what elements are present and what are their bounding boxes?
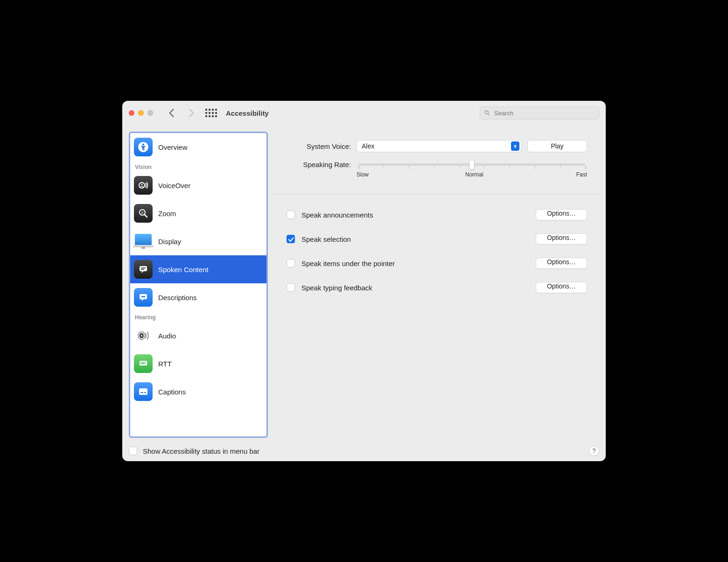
system-voice-label: System Voice:: [287, 142, 351, 150]
sidebar-item-label: Zoom: [158, 210, 176, 218]
sidebar-item-captions[interactable]: Captions: [130, 378, 266, 406]
chevron-left-icon: [166, 107, 178, 119]
system-voice-value: Alex: [362, 142, 511, 150]
svg-point-0: [485, 111, 488, 114]
svg-rect-21: [142, 362, 143, 363]
speak-selection-checkbox[interactable]: [287, 235, 295, 243]
main-pane: System Voice: Alex Play Speaking Rate:: [274, 132, 599, 438]
svg-rect-27: [139, 388, 147, 395]
speak-typing-checkbox[interactable]: [287, 283, 295, 292]
speak-pointer-checkbox[interactable]: [287, 259, 295, 267]
zoom-icon: A: [134, 204, 153, 223]
toolbar: Accessibility: [122, 101, 606, 125]
slider-knob[interactable]: [469, 160, 475, 170]
spoken-content-icon: [134, 260, 153, 279]
sidebar-item-overview[interactable]: Overview: [130, 133, 266, 161]
svg-point-4: [139, 183, 145, 188]
svg-rect-22: [143, 362, 144, 363]
sidebar-item-display[interactable]: Display: [130, 227, 266, 255]
sidebar-item-label: Captions: [158, 388, 186, 396]
sidebar-item-label: Display: [158, 238, 181, 246]
sidebar-item-label: Overview: [158, 143, 188, 151]
grid-icon: [205, 109, 217, 117]
sidebar-item-descriptions[interactable]: Descriptions: [130, 283, 266, 311]
captions-icon: [134, 382, 153, 401]
audio-icon: [134, 326, 153, 345]
system-voice-row: System Voice: Alex Play: [274, 140, 599, 157]
svg-rect-25: [142, 363, 145, 364]
svg-rect-20: [140, 362, 141, 363]
overview-icon: [134, 138, 153, 156]
accessibility-window: Accessibility Overview Vision: [122, 101, 606, 461]
help-button[interactable]: ?: [589, 446, 599, 456]
rate-slow-label: Slow: [357, 171, 369, 178]
status-menubar-checkbox[interactable]: [129, 447, 137, 455]
forward-button: [184, 107, 199, 119]
speak-selection-options-button[interactable]: Options…: [536, 233, 587, 245]
rtt-icon: [134, 354, 153, 373]
sidebar-item-label: Audio: [158, 332, 176, 340]
svg-line-1: [488, 113, 489, 115]
speak-announcements-label: Speak announcements: [301, 211, 529, 219]
speak-pointer-label: Speak items under the pointer: [301, 260, 529, 267]
sidebar-item-zoom[interactable]: A Zoom: [130, 199, 266, 227]
rate-normal-label: Normal: [465, 171, 483, 178]
speak-pointer-row: Speak items under the pointer Options…: [274, 251, 599, 275]
speak-typing-row: Speak typing feedback Options…: [274, 275, 599, 300]
divider: [274, 194, 599, 194]
minimize-icon[interactable]: [138, 110, 144, 116]
svg-point-3: [142, 143, 144, 145]
close-icon[interactable]: [129, 110, 134, 116]
status-menubar-label: Show Accessibility status in menu bar: [143, 447, 583, 455]
speaking-rate-label: Speaking Rate:: [287, 161, 351, 169]
speak-selection-row: Speak selection Options…: [274, 227, 599, 251]
svg-line-7: [145, 215, 147, 218]
svg-point-18: [140, 335, 142, 337]
speak-announcements-row: Speak announcements Options…: [274, 203, 599, 227]
sidebar-item-label: VoiceOver: [158, 182, 190, 190]
search-icon: [484, 110, 490, 116]
sidebar-item-audio[interactable]: Audio: [130, 322, 266, 350]
window-controls: [129, 110, 153, 116]
svg-rect-9: [140, 266, 147, 271]
zoom-window-icon: [147, 110, 153, 116]
speak-selection-label: Speak selection: [301, 235, 529, 243]
sidebar-group-vision: Vision: [130, 161, 266, 171]
svg-point-5: [141, 184, 143, 185]
select-caret-icon: [511, 141, 519, 151]
sidebar-group-hearing: Hearing: [130, 311, 266, 322]
sidebar-item-label: Spoken Content: [158, 266, 209, 274]
sidebar[interactable]: Overview Vision VoiceOver A Zoom: [129, 132, 268, 438]
display-icon: [134, 232, 153, 251]
window-title: Accessibility: [226, 109, 269, 117]
sidebar-item-rtt[interactable]: RTT: [130, 350, 266, 378]
show-all-button[interactable]: [203, 107, 218, 119]
speak-typing-label: Speak typing feedback: [301, 284, 529, 292]
system-voice-select[interactable]: Alex: [357, 140, 522, 152]
footer: Show Accessibility status in menu bar ?: [122, 441, 606, 461]
back-button[interactable]: [164, 107, 179, 119]
speaking-rate-row: Speaking Rate:: [274, 157, 599, 183]
sidebar-item-voiceover[interactable]: VoiceOver: [130, 171, 266, 199]
body: Overview Vision VoiceOver A Zoom: [122, 125, 606, 441]
search-input[interactable]: [493, 109, 595, 117]
speak-typing-options-button[interactable]: Options…: [536, 282, 587, 293]
chevron-right-icon: [185, 107, 197, 119]
rate-fast-label: Fast: [576, 171, 587, 178]
sidebar-item-label: Descriptions: [158, 294, 197, 302]
svg-text:A: A: [141, 211, 144, 214]
sidebar-item-spoken-content[interactable]: Spoken Content: [130, 255, 266, 283]
speak-announcements-options-button[interactable]: Options…: [536, 209, 587, 220]
svg-rect-15: [141, 296, 145, 297]
descriptions-icon: [134, 288, 153, 307]
speak-pointer-options-button[interactable]: Options…: [536, 258, 587, 269]
sidebar-item-label: RTT: [158, 360, 172, 368]
voiceover-icon: [134, 176, 153, 195]
svg-rect-26: [145, 363, 146, 364]
speaking-rate-slider[interactable]: Slow Normal Fast: [357, 161, 587, 178]
search-field[interactable]: [480, 106, 599, 119]
svg-rect-23: [145, 362, 146, 363]
svg-rect-24: [140, 363, 141, 364]
speak-announcements-checkbox[interactable]: [287, 211, 295, 219]
play-button[interactable]: Play: [527, 140, 587, 152]
